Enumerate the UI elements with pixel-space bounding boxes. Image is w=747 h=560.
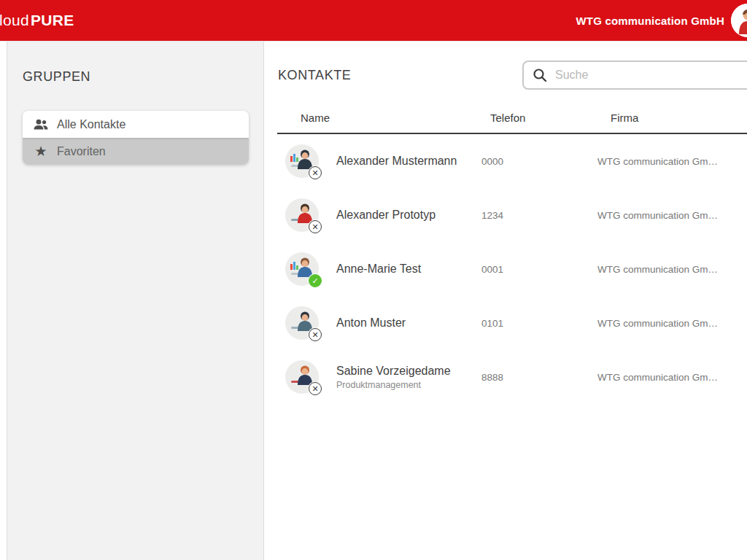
column-header-firma: Firma (611, 112, 747, 124)
contact-name-cell: Anton Muster (336, 316, 477, 330)
contact-name: Alexander Mustermann (336, 155, 477, 168)
app-logo: loudPURE (0, 12, 74, 29)
avatar: ✕ (285, 306, 319, 340)
logo-text-light: loud (0, 12, 29, 28)
contact-company: WTG communication Gm… (597, 318, 747, 329)
status-x-badge: ✕ (309, 166, 322, 179)
app-window: loudPURE WTG communication GmbH GRUPPEN (0, 0, 747, 560)
contacts-panel: KONTAKTE Name Telefon Firma (264, 42, 747, 560)
column-header-telefon: Telefon (490, 112, 611, 124)
top-bar-right: WTG communication GmbH (576, 4, 747, 37)
contact-name-cell: Anne-Marie Test (336, 262, 477, 276)
avatar: ✕ (285, 144, 319, 178)
contact-phone: 1234 (477, 210, 597, 221)
user-avatar[interactable] (731, 4, 747, 37)
contact-name: Anne-Marie Test (336, 262, 477, 276)
contact-name: Alexander Prototyp (336, 209, 477, 222)
left-gutter (0, 42, 7, 560)
group-list: Alle Kontakte ★ Favoriten (23, 111, 249, 165)
search-icon (533, 68, 547, 82)
groups-sidebar: GRUPPEN Alle Kontakte ★ Favo (7, 42, 264, 560)
contact-name-cell: Alexander Prototyp (336, 209, 477, 222)
table-row[interactable]: ✕ Alexander Prototyp 1234 WTG communicat… (277, 188, 747, 242)
contacts-header: KONTAKTE (264, 61, 747, 90)
contact-name: Sabine Vorzeigedame (336, 365, 477, 378)
sidebar-title: GRUPPEN (23, 69, 263, 85)
page-title: KONTAKTE (278, 68, 351, 83)
status-x-badge: ✕ (309, 328, 322, 341)
content-area: GRUPPEN Alle Kontakte ★ Favo (0, 41, 747, 560)
star-icon: ★ (33, 144, 49, 158)
company-name: WTG communication GmbH (576, 15, 724, 27)
contact-name-cell: Sabine Vorzeigedame Produktmanagement (336, 365, 477, 390)
sidebar-item-label: Alle Kontakte (57, 118, 125, 131)
status-x-badge: ✕ (309, 382, 322, 395)
sidebar-item-favoriten[interactable]: ★ Favoriten (23, 138, 249, 165)
table-row[interactable]: ✕ Sabine Vorzeigedame Produktmanagement … (277, 350, 747, 404)
contact-company: WTG communication Gm… (597, 156, 747, 167)
table-header: Name Telefon Firma (277, 112, 747, 134)
sidebar-item-label: Favoriten (57, 145, 106, 158)
contact-subtitle: Produktmanagement (336, 380, 477, 390)
contact-company: WTG communication Gm… (597, 264, 747, 275)
contact-phone: 0000 (477, 156, 597, 167)
avatar: ✕ (285, 360, 319, 394)
avatar: ✕ (285, 198, 319, 232)
contact-company: WTG communication Gm… (597, 210, 747, 221)
contact-name: Anton Muster (336, 316, 477, 330)
sidebar-item-alle-kontakte[interactable]: Alle Kontakte (23, 111, 249, 138)
status-x-badge: ✕ (309, 220, 322, 233)
search-box[interactable] (522, 61, 747, 90)
contact-name-cell: Alexander Mustermann (336, 155, 477, 168)
status-check-badge: ✓ (309, 274, 322, 287)
contact-phone: 0001 (477, 264, 597, 275)
top-bar: loudPURE WTG communication GmbH (0, 0, 747, 41)
table-row[interactable]: ✕ Alexander Mustermann 0000 WTG communic… (277, 134, 747, 188)
logo-text-bold: PURE (31, 12, 74, 28)
contact-phone: 0101 (477, 318, 597, 329)
contact-phone: 8888 (477, 372, 597, 383)
contact-company: WTG communication Gm… (597, 372, 747, 383)
search-input[interactable] (555, 69, 716, 82)
user-avatar-illustration (731, 4, 747, 37)
column-header-name: Name (301, 112, 490, 124)
table-row[interactable]: ✕ Anton Muster 0101 WTG communication Gm… (277, 296, 747, 350)
table-row[interactable]: ✓ Anne-Marie Test 0001 WTG communication… (277, 242, 747, 296)
people-icon (33, 119, 49, 131)
contact-rows: ✕ Alexander Mustermann 0000 WTG communic… (277, 134, 747, 404)
avatar: ✓ (285, 252, 319, 286)
